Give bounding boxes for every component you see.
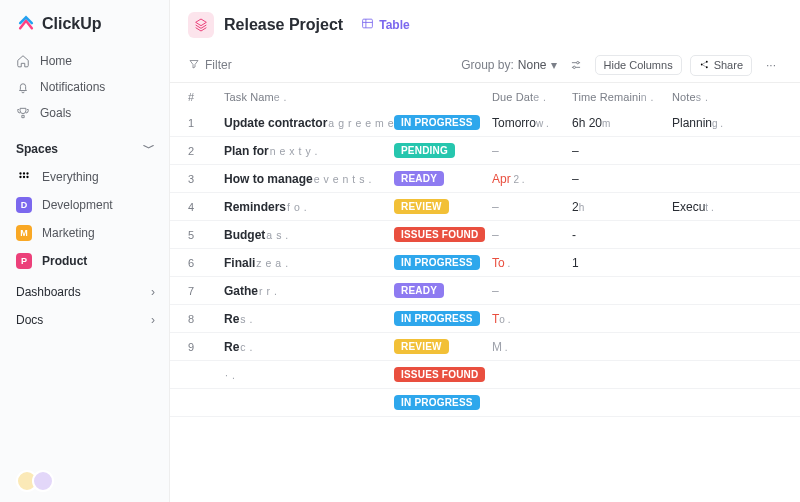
- cell-status[interactable]: IN PROGRESS: [394, 395, 492, 410]
- spaces-header[interactable]: Spaces ﹀: [0, 126, 169, 163]
- space-item-label: Development: [42, 198, 113, 212]
- table-row[interactable]: 2Plan for n e x t y .PENDING––: [170, 137, 800, 165]
- cell-due[interactable]: –: [492, 284, 572, 298]
- svg-point-5: [26, 176, 28, 178]
- svg-point-4: [23, 176, 25, 178]
- nav-goals-label: Goals: [40, 106, 71, 120]
- cell-due[interactable]: To .: [492, 256, 572, 270]
- space-item-product[interactable]: PProduct: [0, 247, 169, 275]
- cell-status[interactable]: ISSUES FOUND: [394, 367, 492, 382]
- cell-status[interactable]: PENDING: [394, 143, 492, 158]
- project-icon: [188, 12, 214, 38]
- cell-time[interactable]: 6h 20m: [572, 116, 672, 130]
- cell-task[interactable]: How to manage e v e n t s .: [224, 172, 394, 186]
- nav-goals[interactable]: Goals: [0, 100, 169, 126]
- cell-time[interactable]: 1: [572, 256, 672, 270]
- nav-dashboards-label: Dashboards: [16, 285, 81, 299]
- svg-point-7: [576, 62, 578, 64]
- cell-num: 9: [188, 341, 224, 353]
- cell-time[interactable]: -: [572, 228, 672, 242]
- chevron-right-icon: ›: [151, 285, 155, 299]
- space-item-label: Product: [42, 254, 87, 268]
- space-list: DDevelopmentMMarketingPProduct: [0, 191, 169, 275]
- cell-task[interactable]: Update contractor a g r e e m e n .: [224, 116, 394, 130]
- svg-point-8: [573, 66, 575, 68]
- nav-docs-label: Docs: [16, 313, 43, 327]
- col-notes[interactable]: Notes .: [672, 91, 750, 103]
- nav-dashboards[interactable]: Dashboards ›: [0, 275, 169, 303]
- filter-button[interactable]: Filter: [188, 58, 232, 73]
- col-due[interactable]: Due Date .: [492, 91, 572, 103]
- cell-status[interactable]: READY: [394, 171, 492, 186]
- table-row[interactable]: · .ISSUES FOUND: [170, 361, 800, 389]
- filter-icon: [188, 58, 200, 73]
- cell-due[interactable]: –: [492, 144, 572, 158]
- table-icon: [361, 17, 374, 33]
- caret-down-icon: ▾: [551, 58, 557, 72]
- cell-task[interactable]: Finaliz e a .: [224, 256, 394, 270]
- nav-notifications-label: Notifications: [40, 80, 105, 94]
- cell-task[interactable]: Res .: [224, 312, 394, 326]
- nav-home[interactable]: Home: [0, 48, 169, 74]
- cell-task[interactable]: Budget a s .: [224, 228, 394, 242]
- hide-columns-button[interactable]: Hide Columns: [595, 55, 682, 75]
- cell-task[interactable]: Plan for n e x t y .: [224, 144, 394, 158]
- cell-notes[interactable]: Planning .: [672, 116, 750, 130]
- cell-due[interactable]: To .: [492, 312, 572, 326]
- cell-status[interactable]: READY: [394, 283, 492, 298]
- cell-notes[interactable]: Execut .: [672, 200, 750, 214]
- cell-time[interactable]: –: [572, 144, 672, 158]
- space-item-development[interactable]: DDevelopment: [0, 191, 169, 219]
- svg-point-9: [700, 63, 702, 65]
- nav-home-label: Home: [40, 54, 72, 68]
- cell-time[interactable]: –: [572, 172, 672, 186]
- table-row[interactable]: 4Reminders f o .REVIEW–2hExecut .: [170, 193, 800, 221]
- cell-status[interactable]: REVIEW: [394, 199, 492, 214]
- cell-due[interactable]: –: [492, 228, 572, 242]
- table-row[interactable]: 5Budget a s .ISSUES FOUND–-: [170, 221, 800, 249]
- table-row[interactable]: IN PROGRESS: [170, 389, 800, 417]
- cell-task[interactable]: Reminders f o .: [224, 200, 394, 214]
- cell-status[interactable]: IN PROGRESS: [394, 311, 492, 326]
- more-button[interactable]: ···: [760, 54, 782, 76]
- table-row[interactable]: 3How to manage e v e n t s .READYApr 2 .…: [170, 165, 800, 193]
- table-row[interactable]: 7Gather r .READY–: [170, 277, 800, 305]
- svg-point-11: [706, 66, 708, 68]
- cell-status[interactable]: IN PROGRESS: [394, 255, 492, 270]
- logo-mark-icon: [16, 14, 36, 34]
- share-button[interactable]: Share: [690, 55, 752, 76]
- avatar-group[interactable]: [0, 470, 169, 492]
- cell-status[interactable]: ISSUES FOUND: [394, 227, 492, 242]
- table-row[interactable]: 6Finaliz e a .IN PROGRESSTo .1: [170, 249, 800, 277]
- cell-due[interactable]: Apr 2 .: [492, 172, 572, 186]
- table-row[interactable]: 1Update contractor a g r e e m e n .IN P…: [170, 109, 800, 137]
- table-row[interactable]: 9Rec .REVIEWM .: [170, 333, 800, 361]
- settings-button[interactable]: [565, 54, 587, 76]
- nav-notifications[interactable]: Notifications: [0, 74, 169, 100]
- groupby-select[interactable]: Group by: None ▾: [461, 58, 556, 72]
- space-everything[interactable]: Everything: [0, 163, 169, 191]
- table-row[interactable]: 8Res .IN PROGRESSTo .: [170, 305, 800, 333]
- cell-task[interactable]: · .: [224, 369, 394, 381]
- col-task[interactable]: Task Name .: [224, 91, 394, 103]
- cell-due[interactable]: –: [492, 200, 572, 214]
- avatar: [32, 470, 54, 492]
- grid-icon: [16, 169, 32, 185]
- logo-text: ClickUp: [42, 15, 102, 33]
- cell-time[interactable]: 2h: [572, 200, 672, 214]
- cell-num: 1: [188, 117, 224, 129]
- spaces-header-label: Spaces: [16, 142, 58, 156]
- cell-status[interactable]: IN PROGRESS: [394, 115, 492, 130]
- cell-due[interactable]: Tomorrow .: [492, 116, 572, 130]
- col-time[interactable]: Time Remainin .: [572, 91, 672, 103]
- filter-label: Filter: [205, 58, 232, 72]
- cell-status[interactable]: REVIEW: [394, 339, 492, 354]
- nav-docs[interactable]: Docs ›: [0, 303, 169, 331]
- cell-task[interactable]: Rec .: [224, 340, 394, 354]
- cell-due[interactable]: M .: [492, 340, 572, 354]
- cell-task[interactable]: Gather r .: [224, 284, 394, 298]
- logo[interactable]: ClickUp: [0, 14, 169, 48]
- space-item-marketing[interactable]: MMarketing: [0, 219, 169, 247]
- col-num[interactable]: #: [188, 91, 224, 103]
- view-tab-table[interactable]: Table: [361, 17, 409, 33]
